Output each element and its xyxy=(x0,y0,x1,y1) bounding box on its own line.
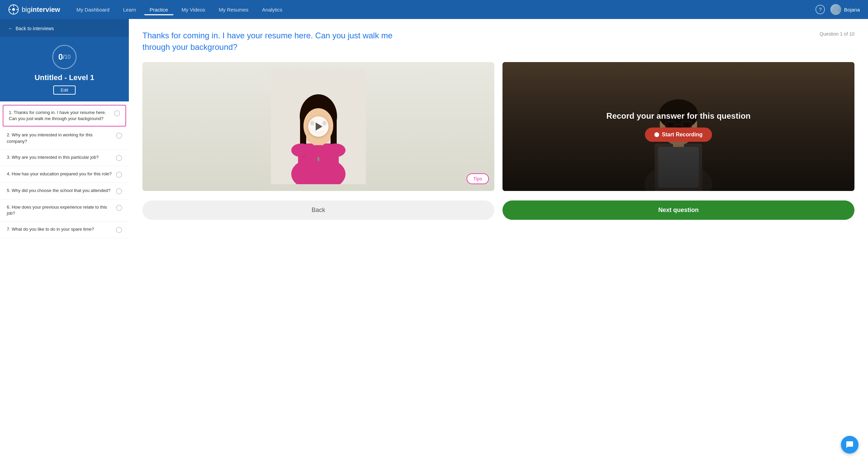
svg-point-7 xyxy=(832,11,840,15)
svg-point-6 xyxy=(833,6,838,11)
question-item[interactable]: 6. How does your previous experience rel… xyxy=(0,199,129,221)
start-recording-button[interactable]: Start Recording xyxy=(645,128,712,142)
question-radio xyxy=(114,110,120,116)
nav-practice[interactable]: Practice xyxy=(144,4,173,15)
nav-analytics[interactable]: Analytics xyxy=(257,4,288,15)
question-item[interactable]: 4. How has your education prepared you f… xyxy=(0,166,129,183)
record-controls: Record your answer for this question Sta… xyxy=(502,111,854,142)
svg-point-19 xyxy=(291,143,312,157)
question-radio xyxy=(116,227,122,233)
avatar xyxy=(830,4,841,15)
sidebar: ← Back to interviews 0 / 10 Untitled - L… xyxy=(0,19,129,463)
question-text: 4. How has your education prepared you f… xyxy=(7,171,112,177)
question-text: 6. How does your previous experience rel… xyxy=(7,204,112,216)
back-arrow-icon: ← xyxy=(8,26,13,31)
start-recording-label: Start Recording xyxy=(662,132,703,138)
video-section: Tips xyxy=(142,62,854,191)
bottom-actions: Back Next question xyxy=(142,200,854,220)
nav-my-videos[interactable]: My Videos xyxy=(176,4,211,15)
interview-title: Untitled - Level 1 xyxy=(35,73,94,82)
question-text: 7. What do you like to do in your spare … xyxy=(7,226,112,232)
nav-right: ? Bojana xyxy=(815,4,860,15)
chat-icon xyxy=(846,441,854,449)
question-item[interactable]: 7. What do you like to do in your spare … xyxy=(0,221,129,238)
main-layout: ← Back to interviews 0 / 10 Untitled - L… xyxy=(0,19,868,463)
question-header: Thanks for coming in. I have your resume… xyxy=(142,30,854,53)
progress-circle: 0 / 10 xyxy=(52,45,77,69)
logo[interactable]: biginterview xyxy=(8,4,60,15)
nav-dashboard[interactable]: My Dashboard xyxy=(71,4,115,15)
question-radio xyxy=(116,155,122,161)
edit-interview-button[interactable]: Edit xyxy=(53,85,76,95)
sidebar-progress: 0 / 10 Untitled - Level 1 Edit xyxy=(0,37,129,101)
interviewer-video: Tips xyxy=(142,62,494,191)
question-radio xyxy=(116,133,122,139)
nav-links: My Dashboard Learn Practice My Videos My… xyxy=(71,4,815,15)
svg-point-1 xyxy=(12,8,15,11)
question-radio xyxy=(116,172,122,178)
user-name: Bojana xyxy=(844,7,860,13)
question-text: 3. Why are you interested in this partic… xyxy=(7,154,112,160)
nav-learn[interactable]: Learn xyxy=(118,4,141,15)
question-item[interactable]: 5. Why did you choose the school that yo… xyxy=(0,183,129,199)
logo-interview: interview xyxy=(31,6,60,13)
question-title: Thanks for coming in. I have your resume… xyxy=(142,30,414,53)
svg-rect-21 xyxy=(317,157,319,161)
question-item[interactable]: 1. Thanks for coming in. I have your res… xyxy=(3,105,126,127)
main-content: Thanks for coming in. I have your resume… xyxy=(129,19,868,463)
question-item[interactable]: 2. Why are you interested in working for… xyxy=(0,127,129,149)
back-button[interactable]: Back xyxy=(142,200,494,220)
tips-button[interactable]: Tips xyxy=(467,173,489,184)
record-dot-icon xyxy=(654,132,659,137)
chat-bubble-button[interactable] xyxy=(841,436,859,454)
progress-current: 0 xyxy=(58,52,63,62)
question-text: 5. Why did you choose the school that yo… xyxy=(7,188,112,194)
progress-total: 10 xyxy=(64,54,71,60)
question-radio xyxy=(116,188,122,194)
back-label: Back to interviews xyxy=(16,26,54,31)
svg-point-20 xyxy=(325,143,346,157)
question-text: 1. Thanks for coming in. I have your res… xyxy=(9,110,110,122)
logo-big: big xyxy=(22,6,31,13)
top-navigation: biginterview My Dashboard Learn Practice… xyxy=(0,0,868,19)
help-button[interactable]: ? xyxy=(815,5,825,14)
respondent-video: Record your answer for this question Sta… xyxy=(502,62,854,191)
back-to-interviews[interactable]: ← Back to interviews xyxy=(0,19,129,37)
nav-my-resumes[interactable]: My Resumes xyxy=(213,4,254,15)
question-item[interactable]: 3. Why are you interested in this partic… xyxy=(0,150,129,166)
record-label: Record your answer for this question xyxy=(606,111,750,121)
question-text: 2. Why are you interested in working for… xyxy=(7,132,112,144)
play-button[interactable] xyxy=(308,116,329,137)
question-list: 1. Thanks for coming in. I have your res… xyxy=(0,101,129,463)
question-counter: Question 1 of 10 xyxy=(820,31,854,37)
next-question-button[interactable]: Next question xyxy=(502,200,854,220)
user-menu[interactable]: Bojana xyxy=(830,4,860,15)
question-radio xyxy=(116,205,122,211)
